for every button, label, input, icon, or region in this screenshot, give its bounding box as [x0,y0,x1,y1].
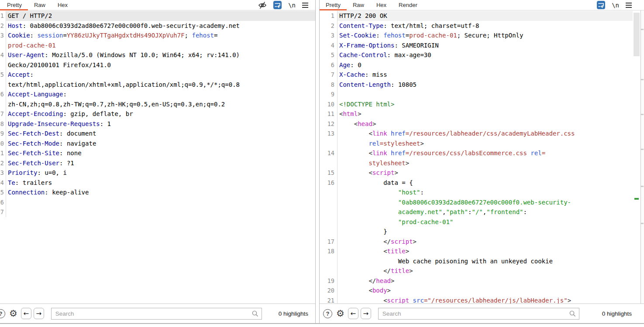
code-row: 11<html> [320,109,633,119]
request-panel: PrettyRawHex \n 1GET / HTTP/22Host: 0ab8… [0,0,316,323]
request-editor[interactable]: 1GET / HTTP/22Host: 0ab8006c0393d2ad80e6… [0,10,315,303]
code-text: <body> [337,286,633,296]
code-row: 8Upgrade-Insecure-Requests: 1 [0,119,315,129]
code-text: data = { [337,178,633,188]
code-row: 15Connection: keep-alive [0,187,315,198]
code-text: <link href=/resources/css/labsEcommerce.… [337,148,633,158]
word-wrap-icon[interactable] [597,1,605,9]
line-number: 5 [0,70,6,80]
line-number: 10 [320,99,337,109]
tab-raw[interactable]: Raw [347,0,370,10]
editor-rows: 1HTTP/2 200 OK2Content-Type: text/html; … [320,10,633,303]
help-icon[interactable]: ? [0,309,5,318]
code-text: <title> [337,246,633,256]
line-number: 5 [320,50,337,60]
line-number: 17 [320,237,337,247]
tab-bar-tabs: PrettyRawHex [0,0,74,10]
line-number: 8 [0,119,6,129]
line-number: 15 [320,168,337,178]
code-row: } [320,227,633,237]
search-icon [251,310,259,319]
code-row: 13Priority: u=0, i [0,168,315,178]
code-row: 10Sec-Fetch-Mode: navigate [0,139,315,149]
line-number: 1 [0,11,6,21]
code-text: academy.net","path":"/","frontend": [337,207,633,217]
response-panel: PrettyRawHexRender \n 1HTTP/2 200 OK2Con… [319,0,644,323]
code-row: academy.net","path":"/","frontend": [320,207,633,217]
tab-bar-icons: \n [597,0,644,10]
search-input[interactable] [378,308,579,320]
newline-icon[interactable]: \n [612,2,619,9]
line-number: 3 [320,31,337,41]
code-text: Sec-Fetch-Dest: document [6,129,315,139]
line-number: 19 [320,276,337,286]
gear-icon[interactable]: ⚙ [9,309,17,318]
code-text: "host": [337,187,633,198]
code-text: Set-Cookie: fehost=prod-cache-01; Secure… [337,31,633,41]
eye-off-icon[interactable] [258,1,267,10]
code-text: </title> [337,266,633,276]
line-number [0,80,6,90]
tab-hex[interactable]: Hex [52,0,74,10]
response-editor[interactable]: 1HTTP/2 200 OK2Content-Type: text/html; … [320,10,644,303]
code-row: 12 <head> [320,119,633,129]
line-number: 13 [0,168,6,178]
line-number: 17 [0,207,6,217]
line-number: 7 [320,70,337,80]
code-text: User-Agent: Mozilla/5.0 (Windows NT 10.0… [6,50,315,60]
line-number: 13 [320,129,337,139]
code-text: "prod-cache-01" [337,217,633,227]
previous-match-button[interactable]: ← [348,308,358,319]
code-text: Age: 0 [337,60,633,70]
line-number: 8 [320,80,337,90]
tab-pretty[interactable]: Pretty [0,0,28,10]
code-row: 2Host: 0ab8006c0393d2ad80e6727e00c000f0.… [0,21,315,31]
help-icon[interactable]: ? [323,309,332,318]
code-text [6,207,315,217]
code-text: Te: trailers [6,178,315,188]
panel-splitter[interactable] [316,0,319,323]
menu-icon[interactable] [626,3,632,8]
line-number: 6 [320,60,337,70]
next-match-button[interactable]: → [34,308,44,319]
scrollbar-track[interactable] [633,10,641,303]
word-wrap-icon[interactable] [273,1,282,9]
line-number: 15 [0,187,6,198]
code-row: 16 data = { [320,178,633,188]
line-number [320,266,337,276]
scrollbar-thumb[interactable] [634,13,640,56]
line-number: 11 [320,109,337,119]
code-row: 4User-Agent: Mozilla/5.0 (Windows NT 10.… [0,50,315,60]
line-number: 6 [0,89,6,99]
code-text [6,198,315,208]
line-number: 7 [0,109,6,119]
editors-row: PrettyRawHex \n 1GET / HTTP/22Host: 0ab8… [0,0,644,323]
previous-match-button[interactable]: ← [21,308,31,319]
code-row: "prod-cache-01" [320,217,633,227]
newline-icon[interactable]: \n [288,2,296,9]
code-row: 12Sec-Fetch-User: ?1 [0,158,315,168]
line-number: 2 [320,21,337,31]
gear-icon[interactable]: ⚙ [336,309,344,318]
line-number [320,139,337,149]
code-row: 1HTTP/2 200 OK [320,11,633,21]
tab-hex[interactable]: Hex [370,0,393,10]
search-input[interactable] [51,308,262,320]
menu-icon[interactable] [302,3,308,8]
code-text: <head> [337,119,633,129]
tab-render[interactable]: Render [393,0,424,10]
code-row: 7Accept-Encoding: gzip, deflate, br [0,109,315,119]
code-row: "host": [320,187,633,198]
line-number [320,198,337,208]
code-text: <!DOCTYPE html> [337,99,633,109]
code-text: text/html,application/xhtml+xml,applicat… [6,80,315,90]
tab-raw[interactable]: Raw [28,0,52,10]
code-text: <script> [337,168,633,178]
response-search-bar: ? ⚙ ← → 0 highlights [320,303,644,323]
tab-pretty[interactable]: Pretty [320,0,347,10]
code-row: 6Age: 0 [320,60,633,70]
code-text: <script src="/resources/labheader/js/lab… [337,296,633,304]
next-match-button[interactable]: → [361,308,371,319]
tab-bar-tabs: PrettyRawHexRender [320,0,424,10]
line-number: 21 [320,296,337,304]
